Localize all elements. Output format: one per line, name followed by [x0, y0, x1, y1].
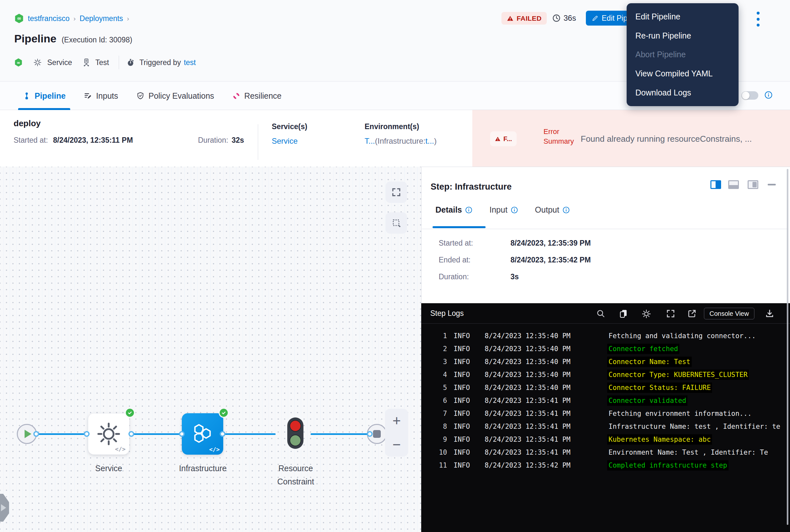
graph-edge [311, 433, 370, 435]
log-line-number: 9 [429, 436, 447, 443]
log-line: 5 INFO 8/24/2023 12:35:40 PM Connector S… [429, 381, 790, 394]
total-duration: 36s [552, 14, 576, 23]
resource-constraint-node[interactable] [287, 417, 304, 449]
tab-input[interactable]: Input [489, 205, 518, 214]
diagram-toggle-switch[interactable] [741, 91, 758, 100]
log-timestamp: 8/24/2023 12:35:40 PM [485, 371, 585, 379]
hexagon-cluster-icon [190, 422, 215, 446]
cd-module-icon: ∞ [14, 58, 23, 66]
inputs-icon [84, 92, 92, 100]
menu-item[interactable]: Re-run Pipeline [627, 32, 738, 40]
info-icon [510, 206, 518, 214]
log-line: 7 INFO 8/24/2023 12:35:41 PM Fetching en… [429, 407, 790, 420]
environment-name[interactable]: Test [95, 58, 109, 67]
pipeline-icon [23, 92, 31, 100]
layout-right-panel-button[interactable] [710, 180, 721, 189]
error-summary-message: Found already running resourceConstrains… [581, 134, 752, 144]
title-row: Pipeline (Execution Id: 30098) [14, 32, 132, 45]
breadcrumb-project-link[interactable]: testfrancisco [28, 14, 70, 23]
page-title: Pipeline [14, 32, 56, 45]
copy-logs-icon[interactable] [619, 309, 628, 319]
services-label: Service(s) [272, 122, 307, 131]
tab-inputs[interactable]: Inputs [84, 81, 118, 110]
triggered-by-user-link[interactable]: test [184, 58, 196, 67]
more-options-kebab-icon[interactable] [754, 12, 762, 26]
toggle-info-icon[interactable] [764, 91, 773, 99]
log-level: INFO [454, 332, 476, 340]
log-timestamp: 8/24/2023 12:35:41 PM [485, 397, 585, 404]
log-line-number: 11 [429, 461, 447, 469]
log-message: Connector fetched [609, 345, 678, 353]
log-line: 4 INFO 8/24/2023 12:35:40 PM Connector T… [429, 368, 790, 381]
menu-item[interactable]: View Compiled YAML [627, 70, 738, 78]
infrastructure-link[interactable]: t... [425, 136, 434, 145]
stage-name[interactable]: deploy [14, 118, 41, 129]
service-node[interactable]: </> [88, 413, 129, 455]
stop-icon [373, 430, 381, 438]
execution-id: (Execution Id: 30098) [61, 36, 132, 44]
tab-details[interactable]: Details [436, 205, 473, 214]
log-line-number: 4 [429, 371, 447, 379]
play-icon [24, 430, 32, 438]
warning-icon [507, 15, 514, 22]
breadcrumb-separator: › [73, 15, 76, 22]
infrastructure-node[interactable]: </> [182, 413, 223, 455]
tab-pipeline[interactable]: Pipeline [23, 81, 66, 110]
active-tab-underline [432, 226, 486, 228]
service-node-label: Service [88, 462, 129, 475]
detail-field-row: Started at: 8/24/2023, 12:35:39 PM [439, 239, 591, 248]
expand-left-nav-button[interactable] [0, 494, 9, 521]
gear-icon [95, 421, 122, 447]
meta-divider [119, 56, 119, 69]
info-icon [465, 206, 473, 214]
log-level: INFO [454, 436, 476, 443]
service-name[interactable]: Service [47, 58, 72, 67]
download-logs-icon[interactable] [765, 309, 774, 319]
menu-item[interactable]: Edit Pipeline [627, 13, 738, 21]
log-level: INFO [454, 423, 476, 431]
service-link[interactable]: Service [272, 136, 297, 146]
breadcrumb-deployments-link[interactable]: Deployments [80, 14, 123, 23]
console-view-button[interactable]: Console View [704, 308, 754, 319]
stage-summary-bar: deploy Started at: 8/24/2023, 12:35:11 P… [0, 110, 790, 167]
tab-resilience[interactable]: Resilience [232, 81, 282, 110]
open-in-new-window-icon[interactable] [687, 309, 697, 319]
infrastructure-node-label: Infrastructure [175, 462, 230, 475]
log-level: INFO [454, 397, 476, 404]
minimize-panel-button[interactable] [768, 184, 776, 186]
log-settings-gear-icon[interactable] [641, 309, 651, 319]
execution-meta-row: ∞ Service Test Triggered by test [14, 56, 196, 69]
environment-link[interactable]: T... [365, 136, 375, 145]
log-line: 11 INFO 8/24/2023 12:35:42 PM Completed … [429, 459, 790, 472]
tab-policy-evaluations[interactable]: Policy Evaluations [136, 81, 214, 110]
step-logs-panel: Step Logs Console View [421, 303, 790, 532]
log-line-number: 8 [429, 423, 447, 431]
harness-cd-logo-icon: ∞ [14, 14, 24, 23]
log-line-number: 2 [429, 345, 447, 353]
log-line: 3 INFO 8/24/2023 12:35:40 PM Connector N… [429, 355, 790, 368]
log-message: Fetching and validating connector... [609, 332, 756, 340]
fit-to-screen-button[interactable] [386, 182, 407, 203]
code-glyph: </> [115, 445, 126, 452]
chevron-right-icon [1, 504, 6, 511]
log-level: INFO [454, 449, 476, 456]
multi-select-button[interactable] [386, 212, 407, 234]
search-logs-icon[interactable] [596, 309, 605, 319]
zoom-out-button[interactable]: − [392, 437, 401, 452]
log-message: Connector Status: FAILURE [609, 384, 711, 392]
pipeline-graph-canvas[interactable]: </> </> Service Infrastructure [0, 167, 421, 532]
log-lines[interactable]: 1 INFO 8/24/2023 12:35:40 PM Fetching an… [429, 329, 790, 472]
layout-bottom-panel-button[interactable] [728, 180, 739, 189]
panel-scrollbar[interactable] [787, 169, 788, 525]
log-level: INFO [454, 461, 476, 469]
menu-item[interactable]: Download Logs [627, 89, 738, 97]
layout-floating-panel-button[interactable] [748, 180, 758, 189]
error-status-badge: F... [490, 131, 517, 146]
step-details-panel: Step: Infrastructure Details Input Outpu… [421, 167, 790, 303]
tab-output[interactable]: Output [535, 205, 570, 214]
fullscreen-logs-icon[interactable] [666, 309, 675, 319]
menu-item[interactable]: Abort Pipeline [627, 51, 738, 59]
zoom-in-button[interactable]: + [392, 414, 401, 428]
log-message: Fetching environment information... [609, 410, 752, 417]
stage-divider [258, 124, 258, 160]
